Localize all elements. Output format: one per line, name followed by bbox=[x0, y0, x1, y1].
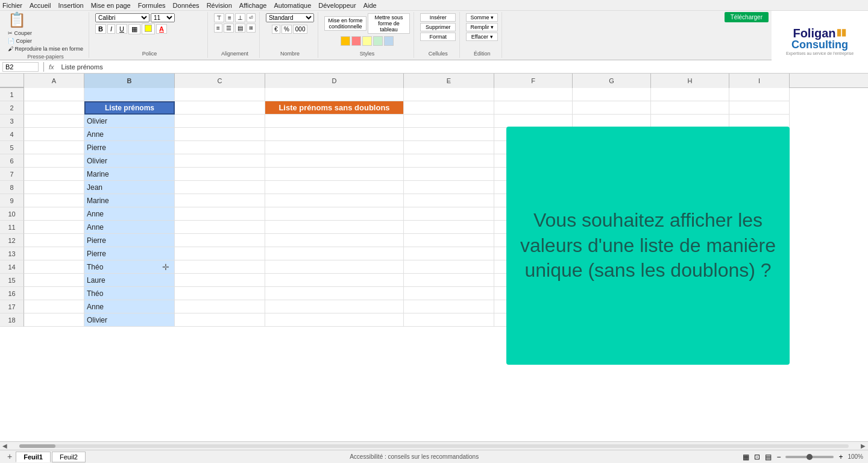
cell[interactable] bbox=[175, 194, 265, 207]
cell[interactable] bbox=[404, 274, 494, 287]
name-cell[interactable]: Pierre bbox=[84, 234, 175, 247]
col-header-A[interactable]: A bbox=[24, 74, 84, 88]
name-cell[interactable]: Anne bbox=[84, 300, 175, 313]
cell[interactable] bbox=[175, 115, 265, 128]
cell[interactable] bbox=[24, 300, 84, 313]
cell[interactable] bbox=[404, 300, 494, 313]
col-header-G[interactable]: G bbox=[573, 74, 651, 88]
cell[interactable] bbox=[265, 181, 404, 194]
zoom-slider[interactable] bbox=[785, 456, 834, 458]
font-family-select[interactable]: Calibri bbox=[95, 13, 149, 22]
menu-accueil[interactable]: Accueil bbox=[30, 2, 51, 9]
cell[interactable] bbox=[404, 221, 494, 234]
cell[interactable] bbox=[24, 207, 84, 221]
cell[interactable] bbox=[175, 221, 265, 234]
row-header[interactable]: 5 bbox=[0, 141, 24, 154]
name-cell[interactable]: Anne bbox=[84, 221, 175, 234]
cell[interactable] bbox=[175, 300, 265, 313]
row-header[interactable]: 8 bbox=[0, 181, 24, 194]
scroll-left-button[interactable]: ◀ bbox=[2, 443, 7, 449]
cell[interactable] bbox=[175, 274, 265, 287]
dedupe-header-cell[interactable]: Liste prénoms sans doublons bbox=[265, 101, 404, 115]
insert-cells-button[interactable]: Insérer bbox=[420, 13, 456, 22]
cut-button[interactable]: ✂ Couper bbox=[6, 30, 34, 37]
cell[interactable] bbox=[265, 168, 404, 181]
cell[interactable] bbox=[573, 88, 651, 101]
cell[interactable] bbox=[651, 88, 729, 101]
cell[interactable] bbox=[265, 234, 404, 247]
cell[interactable] bbox=[404, 207, 494, 221]
fill-color-button[interactable] bbox=[142, 24, 155, 34]
menu-developpeur[interactable]: Développeur bbox=[318, 2, 356, 9]
cell[interactable] bbox=[573, 101, 651, 115]
cell[interactable] bbox=[729, 101, 790, 115]
thousands-button[interactable]: 000 bbox=[293, 25, 308, 34]
cell[interactable] bbox=[404, 194, 494, 207]
row-header[interactable]: 7 bbox=[0, 168, 24, 181]
align-top-button[interactable]: ⊤ bbox=[214, 13, 224, 22]
cell[interactable] bbox=[175, 260, 265, 274]
cell[interactable] bbox=[175, 101, 265, 115]
cell[interactable] bbox=[24, 287, 84, 300]
cell[interactable] bbox=[265, 194, 404, 207]
row-header[interactable]: 11 bbox=[0, 221, 24, 234]
col-header-B[interactable]: B bbox=[84, 74, 175, 88]
cell[interactable] bbox=[24, 234, 84, 247]
cell[interactable] bbox=[175, 247, 265, 260]
menu-revision[interactable]: Révision bbox=[207, 2, 232, 9]
cell[interactable] bbox=[24, 88, 84, 101]
cell[interactable] bbox=[175, 141, 265, 154]
paste-button[interactable]: 📋 bbox=[6, 11, 85, 29]
cell[interactable] bbox=[24, 101, 84, 115]
cell[interactable] bbox=[265, 88, 404, 101]
cell[interactable] bbox=[24, 141, 84, 154]
corner-cell[interactable] bbox=[0, 74, 24, 87]
name-cell[interactable]: Pierre bbox=[84, 247, 175, 260]
zoom-out-button[interactable]: − bbox=[776, 453, 781, 461]
cell[interactable] bbox=[404, 260, 494, 274]
cell[interactable] bbox=[265, 287, 404, 300]
number-format-select[interactable]: Standard bbox=[266, 13, 314, 22]
cell[interactable] bbox=[265, 274, 404, 287]
cell[interactable] bbox=[404, 101, 494, 115]
align-left-button[interactable]: ≡ bbox=[214, 24, 222, 33]
cell[interactable] bbox=[24, 247, 84, 260]
cell[interactable] bbox=[404, 234, 494, 247]
col-header-C[interactable]: C bbox=[175, 74, 265, 88]
italic-button[interactable]: I bbox=[107, 24, 115, 34]
list-header-cell[interactable]: Liste prénoms bbox=[84, 101, 175, 115]
menu-insertion[interactable]: Insertion bbox=[58, 2, 83, 9]
bold-button[interactable]: B bbox=[95, 24, 106, 34]
col-header-F[interactable]: F bbox=[494, 74, 573, 88]
row-header[interactable]: 16 bbox=[0, 287, 24, 300]
name-cell[interactable]: Jean bbox=[84, 181, 175, 194]
cell[interactable] bbox=[265, 128, 404, 141]
cell[interactable] bbox=[494, 88, 573, 101]
menu-affichage[interactable]: Affichage bbox=[239, 2, 267, 9]
cell[interactable] bbox=[265, 115, 404, 128]
cell[interactable] bbox=[265, 313, 404, 327]
name-cell[interactable]: Olivier bbox=[84, 115, 175, 128]
align-bottom-button[interactable]: ⊥ bbox=[235, 13, 245, 22]
cell[interactable] bbox=[84, 88, 175, 101]
cell[interactable] bbox=[404, 168, 494, 181]
cell[interactable] bbox=[175, 313, 265, 327]
cell[interactable] bbox=[404, 141, 494, 154]
sheet-tab-2[interactable]: Feuil2 bbox=[52, 452, 86, 462]
cell[interactable] bbox=[265, 300, 404, 313]
cell[interactable] bbox=[729, 88, 790, 101]
cell[interactable] bbox=[573, 115, 651, 128]
copy-button[interactable]: 📄 Copier bbox=[6, 37, 34, 45]
cell[interactable] bbox=[24, 168, 84, 181]
align-right-button[interactable]: ▤ bbox=[235, 24, 245, 33]
col-header-H[interactable]: H bbox=[651, 74, 729, 88]
conditional-format-button[interactable]: Mise en forme conditionnelle bbox=[324, 16, 366, 31]
table-format-button[interactable]: Mettre sous forme de tableau bbox=[368, 13, 410, 34]
row-header[interactable]: 17 bbox=[0, 300, 24, 313]
cell[interactable] bbox=[265, 141, 404, 154]
view-layout-button[interactable]: ⊡ bbox=[754, 453, 760, 461]
name-cell[interactable]: Laure bbox=[84, 274, 175, 287]
menu-aide[interactable]: Aide bbox=[363, 2, 377, 9]
name-cell[interactable]: Olivier bbox=[84, 313, 175, 327]
row-header[interactable]: 18 bbox=[0, 313, 24, 327]
